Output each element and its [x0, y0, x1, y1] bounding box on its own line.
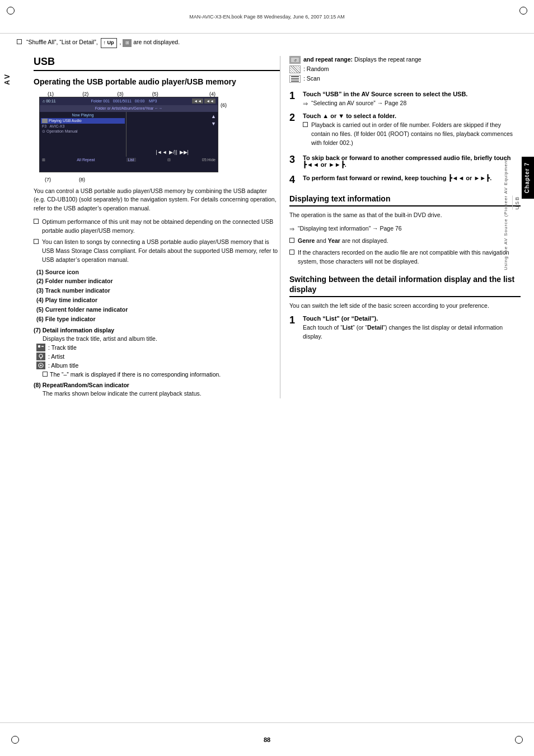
left-column: USB Operating the USB portable audio pla…: [34, 56, 280, 398]
switching-section: Switching between the detail information…: [289, 274, 521, 341]
detail-icon-row-1: : Track title: [36, 344, 280, 351]
page-container: MAN-AVIC-X3-EN.book Page 88 Wednesday, J…: [0, 0, 534, 756]
usb-side-label: USB: [512, 196, 520, 210]
step-1-content: Touch “USB” in the AV Source screen to s…: [303, 91, 521, 109]
label-item-5: (5) Current folder name indicator: [36, 305, 280, 314]
step-4: 4 To perform fast forward or rewind, kee…: [289, 175, 521, 186]
label7-body: Displays the track title, artist and alb…: [43, 335, 280, 344]
label8-title: (8) Repeat/Random/Scan indicator: [34, 382, 280, 388]
screen-right-panel: ▲ ▼ |◄◄ ▶/|| ▶▶|: [127, 112, 218, 157]
displaying-text-body: The operation is the same as that of the…: [289, 211, 521, 220]
displaying-bullet-2: If the characters recorded on the audio …: [289, 248, 521, 266]
label-list: (1) Source icon (2) Folder number indica…: [36, 267, 280, 324]
bullet-1: Optimum performance of this unit may not…: [34, 218, 280, 236]
label-item-4: (4) Play time indicator: [36, 295, 280, 305]
top-note-area: “Shuffle All”, “List or Detail”, ↑ Up , …: [17, 38, 517, 48]
step-3: 3 To skip back or forward to another com…: [289, 154, 521, 170]
detail-icon-row-3: : Album title: [36, 361, 280, 369]
label-item-6: (6) File type indicator: [36, 314, 280, 324]
screen-diagram: ♫ 00:11 Folder 001 0001/5011 00:00 MP3 ◄…: [39, 97, 218, 172]
scan-row: : Scan: [289, 75, 521, 83]
switching-step-1-body: Each touch of “List” (or “Detail”) chang…: [303, 323, 521, 341]
dash-note-checkbox: [43, 372, 48, 377]
top-note-checkbox: [17, 39, 22, 44]
chapter-7-label: Chapter 7: [522, 157, 534, 199]
bullet-2: You can listen to songs by connecting a …: [34, 238, 280, 264]
screen-second-bar: Folder or Artist/Album/Genre/Year ←→: [40, 105, 218, 112]
random-icon: [289, 65, 301, 73]
up-button: ↑ Up: [101, 38, 117, 48]
label7-title: (7) Detail information display: [34, 327, 280, 334]
detail-icon-row-2: : Artist: [36, 353, 280, 360]
step-2-checkbox: [303, 122, 308, 127]
step-2: 2 Touch ▲ or ▼ to select a folder. Playb…: [289, 112, 521, 150]
artist-icon: [36, 353, 45, 360]
usb-title: USB: [34, 56, 280, 71]
displaying-bullet-1: Genre and Year are not displayed.: [289, 237, 521, 246]
screen-bottom-bar: ⊞ All Repeat List ⊟ 05:Hide: [40, 157, 218, 163]
reg-mark-top-right: [519, 7, 527, 15]
top-note-text: “Shuffle All”, “List or Detail”, ↑ Up , …: [26, 38, 517, 48]
file-info: MAN-AVIC-X3-EN.book Page 88 Wednesday, J…: [189, 14, 345, 20]
screen-left-panel: Now Playing Playing USB Audio F3 AVIC-X3…: [40, 112, 127, 157]
reg-mark-bottom-left: [11, 736, 19, 744]
switching-body: You can switch the left side of the basi…: [289, 302, 521, 311]
content-wrapper: USB Operating the USB portable audio pla…: [0, 53, 534, 402]
section-title: Operating the USB portable audio player/…: [34, 77, 280, 87]
svg-rect-0: [38, 345, 40, 348]
dash-note: The “–” mark is displayed if there is no…: [43, 370, 280, 379]
screen-top-bar: ♫ 00:11 Folder 001 0001/5011 00:00 MP3 ◄…: [40, 97, 218, 105]
displaying-bullet-checkbox-1: [289, 238, 294, 243]
diagram-wrapper: (1) (2) (3) (5) (4) ♫ 00:11 Folder 001 0…: [34, 91, 280, 182]
repeat-range-icon: ↺: [289, 56, 301, 64]
indicator-section: ↺ and repeat range: Displays the repeat …: [289, 56, 521, 83]
random-row: : Random: [289, 65, 521, 73]
label-item-2: (2) Folder number indicator: [36, 276, 280, 286]
reg-mark-top-left: [7, 7, 15, 15]
label-item-3: (3) Track number indicator: [36, 286, 280, 295]
displaying-text-sub: ⇒ “Displaying text information” → Page 7…: [289, 224, 521, 234]
step-3-content: To skip back or forward to another compr…: [303, 154, 521, 170]
album-icon: [36, 361, 45, 369]
switching-title: Switching between the detail information…: [289, 274, 521, 297]
step-1-sub: ⇒ “Selecting an AV source” → Page 28: [303, 99, 521, 109]
using-av-side-label: Using the AV Source (Pioneer AV Equipmen…: [503, 157, 508, 270]
step-1: 1 Touch “USB” in the AV Source screen to…: [289, 91, 521, 109]
steps-section: 1 Touch “USB” in the AV Source screen to…: [289, 91, 521, 186]
av-side-label: AV: [3, 73, 11, 85]
icon-grid: ⊞: [123, 39, 132, 47]
displaying-bullet-checkbox-2: [289, 250, 294, 255]
label-item-1: (1) Source icon: [36, 267, 280, 277]
usb-body-text: You can control a USB portable audio pla…: [34, 187, 280, 213]
diagram-with-label: ♫ 00:11 Folder 001 0001/5011 00:00 MP3 ◄…: [34, 97, 280, 176]
track-title-icon: [36, 344, 45, 351]
repeat-range-row: ↺ and repeat range: Displays the repeat …: [289, 56, 521, 64]
reg-mark-bottom-right: [515, 736, 523, 744]
displaying-bullet-text-1: Genre and Year are not displayed.: [298, 237, 388, 246]
svg-point-2: [39, 354, 43, 358]
svg-text:↺: ↺: [294, 59, 297, 62]
bottom-bar: 88: [0, 722, 534, 756]
switching-step-1: 1 Touch “List” (or “Detail”). Each touch…: [289, 315, 521, 341]
label8-body: The marks shown below indicate the curre…: [43, 389, 280, 398]
step-4-content: To perform fast forward or rewind, keep …: [303, 175, 521, 186]
page-number: 88: [264, 736, 270, 743]
step-2-content: Touch ▲ or ▼ to select a folder. Playbac…: [303, 112, 521, 150]
screen-body: Now Playing Playing USB Audio F3 AVIC-X3…: [40, 112, 218, 157]
diagram-bottom-labels: (7) (8): [45, 177, 280, 182]
top-bar: MAN-AVIC-X3-EN.book Page 88 Wednesday, J…: [0, 0, 534, 34]
scan-icon: [289, 75, 301, 83]
diagram-top-labels: (1) (2) (3) (5) (4): [45, 91, 218, 97]
bullet-square-1: [34, 219, 39, 224]
step-2-bullet: Playback is carried out in order of file…: [303, 121, 521, 147]
switching-step-1-content: Touch “List” (or “Detail”). Each touch o…: [303, 315, 521, 341]
right-column: ↺ and repeat range: Displays the repeat …: [280, 56, 521, 398]
svg-point-5: [40, 365, 42, 367]
label6-area: (6): [218, 97, 227, 108]
displaying-text-title: Displaying text information: [289, 194, 521, 206]
bullet-square-2: [34, 239, 39, 244]
displaying-text-section: Displaying text information The operatio…: [289, 194, 521, 266]
